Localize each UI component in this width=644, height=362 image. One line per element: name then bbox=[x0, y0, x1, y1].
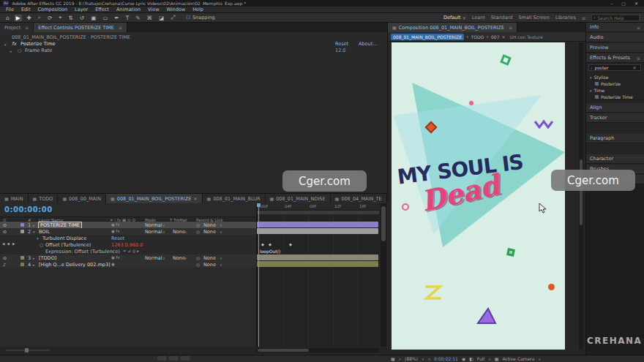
close-icon[interactable]: ✕ bbox=[632, 65, 636, 70]
playhead[interactable] bbox=[258, 203, 259, 347]
zoom-tool[interactable]: ⌕ bbox=[37, 14, 42, 21]
layer-name[interactable]: BOIL bbox=[39, 229, 50, 235]
panel-header-align[interactable]: Align bbox=[585, 103, 644, 113]
pan-camera-tool[interactable]: ⌖ bbox=[57, 14, 63, 21]
orbit-camera-tool[interactable]: ⟳ bbox=[46, 15, 53, 21]
blend-mode-dropdown[interactable]: Normal bbox=[145, 255, 162, 261]
menu-item-composition[interactable]: Composition bbox=[34, 7, 71, 12]
menu-item-effect[interactable]: Effect bbox=[91, 7, 113, 12]
timeline-tab-todo[interactable]: ▦ TODO bbox=[29, 194, 59, 203]
zoom-level[interactable]: (88%) bbox=[405, 356, 418, 361]
eye-icon[interactable]: ⊙ bbox=[3, 229, 7, 234]
snapping-checkbox[interactable]: ☐ bbox=[186, 15, 190, 20]
clone-stamp-tool[interactable]: ⌘ bbox=[146, 15, 154, 21]
expand-icon[interactable]: ▸ bbox=[33, 223, 35, 227]
close-icon[interactable]: ✕ bbox=[463, 15, 466, 20]
property-value[interactable]: 1263.0,960.0 bbox=[111, 242, 143, 248]
help-search-input[interactable] bbox=[597, 15, 634, 20]
chevron-down-icon[interactable]: ∨ bbox=[538, 357, 541, 361]
channels-icon[interactable]: ◧ bbox=[469, 356, 473, 361]
timeline-tab-008-04-main-te[interactable]: ▦ 008_04_MAIN_TE bbox=[331, 194, 387, 203]
scrollbar-thumb[interactable] bbox=[381, 206, 386, 241]
work-area-bar[interactable] bbox=[257, 211, 379, 214]
keyframe-icon[interactable]: ◆ bbox=[269, 242, 272, 246]
expand-icon[interactable]: ▸ bbox=[33, 256, 35, 260]
type-tool[interactable]: T bbox=[124, 15, 131, 21]
tab-effect-controls[interactable]: Effect Controls POSTERIZE TIME ≡ bbox=[34, 23, 127, 32]
expand-icon[interactable]: ▸ bbox=[33, 263, 35, 267]
panel-menu-icon[interactable]: ≡ bbox=[637, 56, 640, 61]
workspace-tab-standard[interactable]: Standard bbox=[491, 15, 513, 20]
parent-dropdown[interactable]: None bbox=[203, 262, 216, 268]
menu-item-animation[interactable]: Animation bbox=[113, 7, 144, 12]
effect-about-link[interactable]: About... bbox=[359, 41, 377, 47]
expand-icon[interactable]: ▸ bbox=[10, 49, 12, 53]
label-color-chip[interactable] bbox=[20, 263, 24, 266]
chevron-down-icon[interactable]: ∨ bbox=[162, 223, 165, 227]
puppet-tool[interactable]: ⤢ bbox=[169, 14, 176, 21]
timeline-tab-008-01-main-blur[interactable]: ▦ 008_01_MAIN_BLUR bbox=[203, 194, 266, 203]
layer-duration-bar[interactable] bbox=[257, 254, 378, 260]
expression-row[interactable]: Expression: Offset (Turbulence) = ⊿ ◎ ▸ bbox=[0, 248, 256, 254]
hand-tool[interactable]: ✚ bbox=[26, 15, 33, 21]
tab-project[interactable]: Project ≡ bbox=[0, 23, 34, 32]
panel-menu-icon[interactable]: ≡ bbox=[25, 25, 29, 30]
workspace-tab-default[interactable]: Default ✕ bbox=[443, 15, 466, 20]
panel-menu-icon[interactable]: ≡ bbox=[509, 25, 512, 30]
layer-row[interactable]: ⊙ 1 ▸ POSTERIZE TIME ◉ fx Normal ∨ ◎ Non… bbox=[0, 222, 256, 228]
timeline-horizontal-scrollbar[interactable] bbox=[256, 348, 379, 352]
effect-reset-link[interactable]: Reset bbox=[111, 235, 124, 241]
next-keyframe-icon[interactable]: ▶ bbox=[12, 242, 15, 246]
panel-menu-icon[interactable]: ≡ bbox=[119, 25, 122, 30]
resolution-dropdown[interactable]: Full bbox=[477, 356, 484, 361]
menu-item-layer[interactable]: Layer bbox=[71, 7, 91, 12]
property-row[interactable]: ◀ ◆ ▶ ○ Offset (Turbulence) 1263.0,960.0 bbox=[0, 241, 256, 248]
panel-header-effects-presets[interactable]: Effects & Presets ≡ bbox=[585, 53, 644, 63]
layer-switches[interactable]: ◉ bbox=[111, 262, 115, 266]
time-ruler[interactable]: :00f 04f 08f 12f 16f bbox=[257, 203, 379, 211]
effects-search-box[interactable]: ⌕ ✕ bbox=[588, 64, 641, 71]
panel-header-info[interactable]: Info ≡ bbox=[585, 23, 644, 32]
scrollbar-thumb[interactable] bbox=[258, 349, 309, 352]
pan-behind-tool[interactable]: ▣ bbox=[89, 15, 97, 21]
effects-group-time[interactable]: ▾ Time bbox=[585, 87, 644, 94]
effects-group-stylize[interactable]: ▾ Stylize bbox=[585, 74, 644, 80]
chevron-down-icon[interactable]: ∨ bbox=[220, 256, 222, 260]
parent-dropdown[interactable]: None bbox=[203, 229, 216, 235]
crumb-todo[interactable]: TODO bbox=[471, 34, 484, 39]
collapse-icon[interactable]: ▾ bbox=[4, 42, 7, 47]
menu-item-edit[interactable]: Edit bbox=[18, 7, 34, 12]
pickwhip-icon[interactable]: ◎ bbox=[196, 229, 200, 234]
minimize-button[interactable]: – bbox=[607, 1, 615, 6]
layer-row[interactable]: ⊙ 2 ▾ BOIL ◉ fx Normal ∨ None ∨ ◎ None ∨ bbox=[0, 228, 256, 235]
timeline-tab-008-01-main-boil-posterize[interactable]: ▦ 008_01_MAIN_BOIL_POSTERIZE ✕ bbox=[106, 194, 202, 203]
stopwatch-icon[interactable]: ○ bbox=[40, 242, 43, 247]
current-time-display[interactable]: 0:00:00:00 bbox=[4, 205, 53, 214]
viewer-vertical-scrollbar[interactable] bbox=[579, 42, 583, 350]
pickwhip-icon[interactable]: ◎ bbox=[196, 262, 200, 267]
comp-navigator-pill[interactable]: 008_01_MAIN_BOIL_POSTERIZE bbox=[391, 34, 464, 40]
chevron-down-icon[interactable]: ∨ bbox=[466, 34, 469, 39]
chevron-down-icon[interactable]: ∨ bbox=[220, 263, 222, 267]
label-color-chip[interactable] bbox=[20, 223, 24, 227]
keyframe-icon[interactable]: ◆ bbox=[261, 242, 264, 246]
help-search-box[interactable]: ⌕ bbox=[591, 15, 640, 21]
dolly-camera-tool[interactable]: ⇅ bbox=[67, 15, 75, 21]
effect-reset-link[interactable]: Reset bbox=[335, 41, 348, 47]
stopwatch-icon[interactable]: ○ bbox=[18, 48, 21, 53]
selection-tool[interactable]: ▶ bbox=[15, 15, 22, 21]
parent-dropdown[interactable]: None bbox=[203, 222, 216, 228]
layer-name[interactable]: [High Q...e Delivery 002.mp3] bbox=[39, 262, 111, 268]
keyframe-icon[interactable]: ◆ bbox=[7, 242, 10, 246]
keyframe-icon[interactable]: ◆ bbox=[289, 242, 292, 246]
collapse-icon[interactable]: ▾ bbox=[37, 236, 39, 241]
zoom-slider-knob[interactable] bbox=[25, 348, 29, 352]
effect-name[interactable]: Turbulent Displace bbox=[42, 235, 86, 241]
chevron-down-icon[interactable]: ∨ bbox=[162, 230, 165, 234]
effects-search-input[interactable] bbox=[594, 65, 631, 70]
panel-header-paragraph[interactable]: Paragraph bbox=[585, 134, 644, 143]
expression-icons[interactable]: = ⊿ ◎ ▸ bbox=[123, 249, 139, 253]
chevron-down-icon[interactable]: ∨ bbox=[162, 256, 165, 260]
timeline-zoom-slider[interactable] bbox=[6, 350, 50, 351]
audio-layer-row[interactable]: ♪ 4 ▸ [High Q...e Delivery 002.mp3] ◉ ◎ … bbox=[0, 261, 256, 268]
